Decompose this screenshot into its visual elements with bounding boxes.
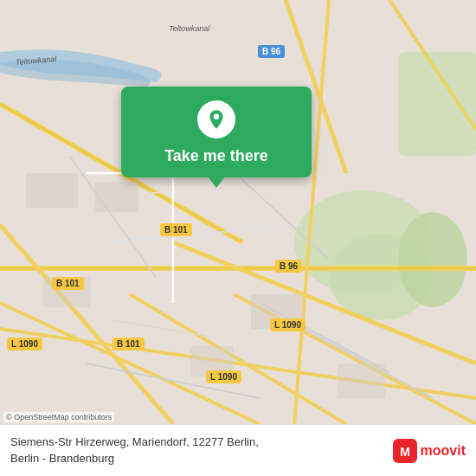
- road-label-l1090-left: L 1090: [7, 338, 42, 351]
- take-me-there-popup[interactable]: Take me there: [121, 87, 312, 177]
- location-pin-icon: [197, 100, 235, 138]
- bottom-bar: Siemens-Str Hirzerweg, Mariendorf, 12277…: [0, 424, 476, 476]
- svg-rect-29: [95, 182, 138, 212]
- road-label-b101-bottom: B 101: [113, 338, 145, 351]
- road-label-b96-top: B 96: [258, 45, 285, 58]
- address-line1: Siemens-Str Hirzerweg, Mariendorf, 12277…: [10, 434, 393, 450]
- svg-point-4: [398, 212, 467, 307]
- address-line2: Berlin - Brandenburg: [10, 451, 393, 466]
- svg-text:M: M: [400, 445, 410, 459]
- osm-credit: © OpenStreetMap contributors: [3, 412, 114, 422]
- road-label-b96-right: B 96: [275, 260, 302, 273]
- road-label-l1090-bottom: L 1090: [206, 370, 241, 383]
- svg-rect-3: [398, 52, 476, 156]
- svg-rect-33: [338, 363, 385, 398]
- map-container: B 96 B 101 B 101 B 101 B 96 L 1090 L 109…: [0, 0, 476, 424]
- road-label-b101-left: B 101: [52, 277, 84, 290]
- address-text: Siemens-Str Hirzerweg, Mariendorf, 12277…: [10, 434, 393, 466]
- moovit-logo: M moovit: [393, 439, 466, 463]
- take-me-there-label[interactable]: Take me there: [164, 147, 268, 165]
- pin-svg: [205, 108, 228, 131]
- road-label-l1090-center: L 1090: [270, 318, 306, 331]
- moovit-logo-icon: M: [393, 439, 417, 463]
- svg-point-34: [214, 114, 220, 120]
- moovit-logo-text: moovit: [421, 443, 466, 459]
- area-label-teltowkanal-2: Teltowkanal: [169, 24, 209, 33]
- svg-rect-28: [26, 173, 78, 208]
- road-label-b101-center: B 101: [160, 223, 192, 236]
